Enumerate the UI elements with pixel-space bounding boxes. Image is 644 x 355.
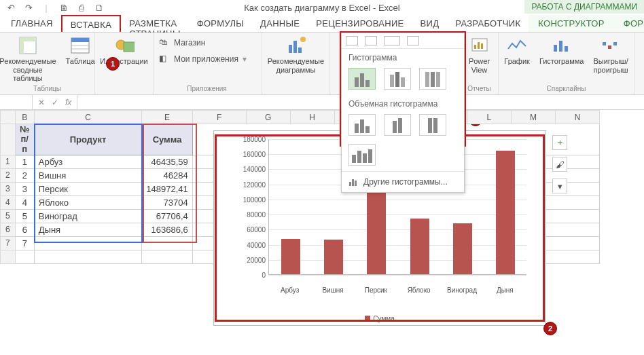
tab-review[interactable]: РЕЦЕНЗИРОВАНИЕ xyxy=(308,15,412,32)
svg-rect-10 xyxy=(293,41,297,53)
recchart-icon xyxy=(286,35,306,56)
callout-2: 2 xyxy=(543,322,557,335)
svg-rect-24 xyxy=(352,179,354,186)
print-icon[interactable]: ⎙ xyxy=(76,2,87,13)
svg-rect-15 xyxy=(478,42,480,49)
col-C[interactable]: C xyxy=(34,111,142,124)
worksheet[interactable]: B C D E F G H I J K L M N № п/п Продукт … xyxy=(0,110,644,355)
svg-rect-8 xyxy=(124,42,135,52)
chart-opt-3d-column[interactable] xyxy=(348,144,376,166)
label: Мои приложения xyxy=(174,54,238,64)
mini-thumb[interactable] xyxy=(346,36,358,45)
chart-opt-3d-stacked[interactable] xyxy=(384,114,411,136)
context-tab-charttools: РАБОТА С ДИАГРАММАМИ xyxy=(524,0,644,14)
btn-recommended-pivot[interactable]: Рекомендуемые сводные таблицы xyxy=(0,35,56,83)
tab-developer[interactable]: РАЗРАБОТЧИК xyxy=(447,15,529,32)
y-tick-label: 60000 xyxy=(247,226,266,233)
chart-bar[interactable] xyxy=(324,240,343,274)
qa-sep: | xyxy=(41,2,52,13)
chart-styles-button[interactable]: 🖌 xyxy=(552,157,567,172)
dd-section-2d: Гистограмма xyxy=(342,49,464,65)
btn-powerview[interactable]: Power View xyxy=(467,35,491,74)
name-box[interactable] xyxy=(0,95,33,109)
col-N[interactable]: N xyxy=(555,111,599,124)
btn-table[interactable]: Таблица xyxy=(66,35,95,66)
chart-opt-stacked-column[interactable] xyxy=(384,68,411,90)
preview-icon[interactable]: 🗎 xyxy=(58,2,69,13)
y-tick-label: 160000 xyxy=(243,151,266,158)
svg-rect-1 xyxy=(20,37,36,41)
col-M[interactable]: M xyxy=(511,111,555,124)
label: Гистограмма xyxy=(539,57,584,66)
new-icon[interactable]: 🗋 xyxy=(94,2,105,13)
svg-rect-19 xyxy=(565,46,568,52)
svg-rect-14 xyxy=(474,45,476,49)
tab-design[interactable]: КОНСТРУКТОР xyxy=(529,15,613,32)
chart-filter-button[interactable]: ▾ xyxy=(552,179,567,193)
tab-insert[interactable]: ВСТАВКА xyxy=(61,15,121,32)
chart-bar[interactable] xyxy=(453,223,472,274)
tab-view[interactable]: ВИД xyxy=(412,15,448,32)
redo-icon[interactable]: ↷ xyxy=(23,2,34,13)
svg-rect-4 xyxy=(71,38,89,42)
col-H[interactable]: H xyxy=(290,111,334,124)
btn-spark-winloss[interactable]: Выигрыш/ проигрыш xyxy=(593,35,628,74)
chart-bar[interactable] xyxy=(410,219,429,274)
group-sparklines: Спарклайны xyxy=(547,83,586,93)
fx-icon[interactable]: fx xyxy=(65,98,71,107)
svg-rect-21 xyxy=(608,45,611,49)
legend-label: Сумма xyxy=(373,315,394,322)
tab-pagelayout[interactable]: РАЗМЕТКА СТРАНИЦЫ xyxy=(121,15,189,32)
svg-rect-17 xyxy=(554,45,557,52)
tab-formulas[interactable]: ФОРМУЛЫ xyxy=(189,15,252,32)
x-tick-label: Виноград xyxy=(447,286,477,294)
y-tick-label: 120000 xyxy=(243,181,266,188)
svg-rect-23 xyxy=(349,182,351,186)
cancel-icon[interactable]: ✕ xyxy=(38,98,45,107)
col-G[interactable]: G xyxy=(246,111,290,124)
tab-data[interactable]: ДАННЫЕ xyxy=(252,15,308,32)
chart-opt-3d-clustered[interactable] xyxy=(348,114,376,136)
column-headers[interactable]: B C D E F G H I J K L M N xyxy=(1,111,644,124)
chart-add-element-button[interactable]: ＋ xyxy=(552,135,567,150)
col-F[interactable]: F xyxy=(192,111,246,124)
svg-rect-16 xyxy=(481,43,483,49)
formula-bar: ✕ ✓ fx xyxy=(0,95,644,110)
svg-rect-22 xyxy=(613,42,617,45)
chart-opt-clustered-column[interactable] xyxy=(348,68,376,90)
enter-icon[interactable]: ✓ xyxy=(52,98,58,107)
btn-spark-line[interactable]: График xyxy=(504,35,530,66)
x-tick-label: Арбуз xyxy=(281,286,299,294)
hdr-product[interactable]: Продукт xyxy=(34,124,142,155)
powerview-icon xyxy=(469,35,490,56)
col-B[interactable]: B xyxy=(15,111,34,124)
chart-bar[interactable] xyxy=(496,151,515,274)
chart-opt-100stacked-column[interactable] xyxy=(419,68,446,90)
y-tick-label: 180000 xyxy=(243,136,266,143)
tab-home[interactable]: ГЛАВНАЯ xyxy=(3,15,61,32)
col-L[interactable]: L xyxy=(467,111,511,124)
mini-thumb[interactable] xyxy=(407,36,419,45)
y-tick-label: 20000 xyxy=(247,256,266,263)
x-tick-label: Яблоко xyxy=(408,286,431,294)
chart-bar[interactable] xyxy=(281,239,300,274)
mini-thumb[interactable] xyxy=(384,36,400,45)
chart-opt-3d-100stacked[interactable] xyxy=(419,114,446,136)
dd-section-3d: Объемная гистограмма xyxy=(342,95,464,111)
title-bar: ↶ ↷ | 🗎 ⎙ 🗋 Как создать диаграмму в Exce… xyxy=(0,0,644,15)
btn-spark-column[interactable]: Гистограмма xyxy=(539,35,584,66)
col-E[interactable]: E xyxy=(142,111,192,124)
legend-swatch xyxy=(365,316,370,321)
btn-myapps[interactable]: ◧ Мои приложения ▾ xyxy=(159,52,255,67)
label: Выигрыш/ проигрыш xyxy=(593,57,628,74)
tab-format[interactable]: ФОРМ xyxy=(614,15,644,32)
hdr-num[interactable]: № п/п xyxy=(15,124,34,155)
chart-legend[interactable]: Сумма xyxy=(214,315,545,322)
mini-thumb[interactable] xyxy=(365,36,377,45)
more-histograms[interactable]: Другие гистограммы... xyxy=(342,171,464,192)
group-apps: Приложения xyxy=(187,83,227,93)
btn-recommended-charts[interactable]: Рекомендуемые диаграммы xyxy=(268,35,324,74)
hdr-sum[interactable]: Сумма xyxy=(142,124,192,155)
undo-icon[interactable]: ↶ xyxy=(5,2,16,13)
btn-store[interactable]: 🛍 Магазин xyxy=(159,35,255,50)
